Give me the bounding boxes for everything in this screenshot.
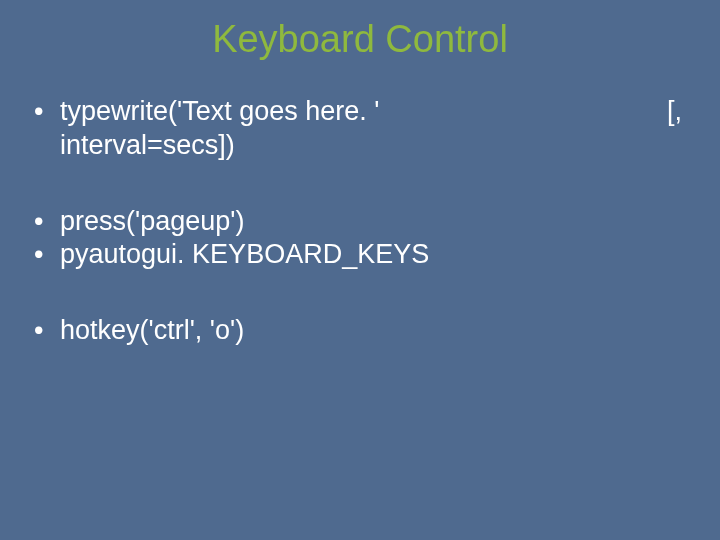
bullet-text-right: [,: [667, 95, 690, 129]
list-item: press('pageup'): [30, 205, 690, 239]
bullet-text: pyautogui. KEYBOARD_KEYS: [60, 239, 429, 269]
bullet-list: typewrite('Text goes here. ' [, interval…: [30, 95, 690, 348]
list-item: hotkey('ctrl', 'o'): [30, 314, 690, 348]
bullet-group-1: typewrite('Text goes here. ' [, interval…: [30, 95, 690, 163]
bullet-text: typewrite('Text goes here. ': [60, 95, 379, 129]
slide-body: typewrite('Text goes here. ' [, interval…: [30, 95, 690, 348]
bullet-text: press('pageup'): [60, 206, 244, 236]
bullet-text-cont: interval=secs]): [60, 129, 690, 163]
list-item: typewrite('Text goes here. ' [, interval…: [30, 95, 690, 163]
bullet-group-2: press('pageup') pyautogui. KEYBOARD_KEYS: [30, 205, 690, 273]
slide-title: Keyboard Control: [0, 18, 720, 61]
list-item: pyautogui. KEYBOARD_KEYS: [30, 238, 690, 272]
bullet-text: hotkey('ctrl', 'o'): [60, 315, 244, 345]
slide: Keyboard Control typewrite('Text goes he…: [0, 0, 720, 540]
bullet-group-3: hotkey('ctrl', 'o'): [30, 314, 690, 348]
